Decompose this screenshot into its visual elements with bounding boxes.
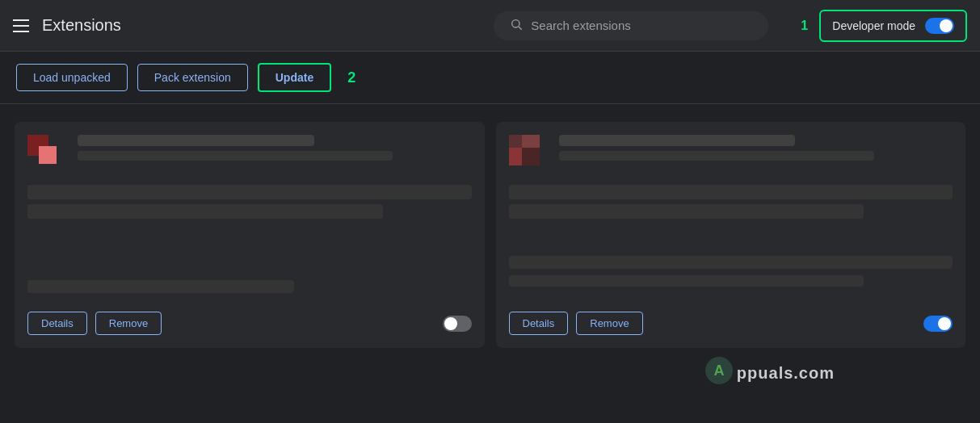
svg-text:A: A	[713, 362, 724, 379]
search-icon	[510, 18, 523, 34]
extension-1-toggle[interactable]	[443, 316, 472, 332]
extension-2-icon-area	[509, 135, 953, 174]
watermark: A ppuals.com	[705, 356, 835, 391]
load-unpacked-button[interactable]: Load unpacked	[16, 64, 128, 91]
extension-2-info	[559, 135, 953, 167]
header: Extensions 1 Developer mode	[0, 0, 980, 52]
extension-2-icon	[509, 135, 548, 174]
extension-2-remove-button[interactable]: Remove	[576, 312, 642, 335]
menu-icon[interactable]	[13, 19, 29, 32]
extension-card-2: Details Remove	[496, 122, 966, 348]
watermark-icon: A	[705, 356, 734, 391]
extension-2-toggle[interactable]	[923, 316, 953, 332]
extension-2-footer: Details Remove	[509, 312, 953, 335]
extension-1-remove-button[interactable]: Remove	[95, 312, 162, 335]
extension-card-1: Details Remove	[15, 122, 485, 348]
extension-2-footer-buttons: Details Remove	[509, 312, 643, 335]
developer-mode-container: Developer mode	[819, 10, 967, 42]
page-title: Extensions	[42, 16, 121, 35]
toolbar: Load unpacked Pack extension Update 2	[0, 52, 980, 104]
extension-card-1-body	[27, 135, 472, 302]
svg-line-1	[519, 27, 522, 30]
svg-point-0	[512, 19, 519, 27]
search-bar	[494, 11, 768, 40]
extension-2-details-button[interactable]: Details	[509, 312, 569, 335]
extension-1-details-button[interactable]: Details	[27, 312, 87, 335]
search-input[interactable]	[531, 19, 741, 32]
watermark-text: ppuals.com	[737, 364, 835, 383]
extensions-grid: Details Remove	[0, 104, 980, 366]
developer-mode-toggle[interactable]	[925, 18, 954, 34]
update-button[interactable]: Update	[258, 63, 331, 92]
step-badge-1: 1	[801, 19, 808, 33]
extension-1-footer: Details Remove	[27, 312, 472, 335]
extension-card-2-body	[509, 135, 953, 302]
extension-1-icon	[27, 135, 66, 174]
developer-mode-label: Developer mode	[832, 19, 915, 32]
pack-extension-button[interactable]: Pack extension	[137, 64, 248, 91]
extension-1-info	[78, 135, 472, 167]
extension-1-icon-area	[27, 135, 472, 174]
extension-1-footer-buttons: Details Remove	[27, 312, 162, 335]
step-badge-2: 2	[347, 69, 355, 86]
